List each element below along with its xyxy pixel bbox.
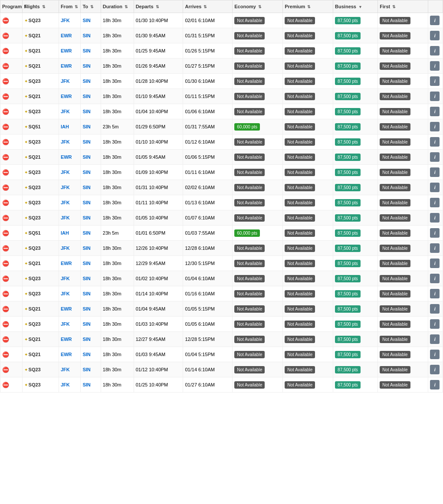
col-header-arrives[interactable]: Arrives ⇅ bbox=[183, 0, 233, 13]
info-button[interactable]: i bbox=[430, 167, 440, 177]
from-cell[interactable]: EWR bbox=[59, 59, 81, 74]
col-header-business[interactable]: Business ▼ bbox=[333, 0, 378, 13]
from-airport-link[interactable]: EWR bbox=[61, 94, 72, 99]
to-airport-link[interactable]: SIN bbox=[82, 139, 90, 144]
info-cell[interactable]: i bbox=[428, 43, 443, 59]
from-cell[interactable]: JFK bbox=[59, 286, 81, 301]
info-button[interactable]: i bbox=[430, 152, 440, 162]
from-cell[interactable]: JFK bbox=[59, 317, 81, 332]
from-airport-link[interactable]: EWR bbox=[61, 48, 72, 53]
info-cell[interactable]: i bbox=[428, 226, 443, 241]
to-airport-link[interactable]: SIN bbox=[82, 94, 90, 99]
to-cell[interactable]: SIN bbox=[81, 377, 101, 393]
col-header-economy[interactable]: Economy ⇅ bbox=[233, 0, 283, 13]
col-header-flights[interactable]: Flights ⇅ bbox=[22, 0, 59, 13]
info-cell[interactable]: i bbox=[428, 150, 443, 165]
info-cell[interactable]: i bbox=[428, 59, 443, 74]
to-airport-link[interactable]: SIN bbox=[82, 215, 90, 220]
info-button[interactable]: i bbox=[430, 350, 440, 359]
info-cell[interactable]: i bbox=[428, 317, 443, 332]
to-cell[interactable]: SIN bbox=[81, 89, 101, 104]
to-airport-link[interactable]: SIN bbox=[82, 18, 90, 23]
from-cell[interactable]: JFK bbox=[59, 271, 81, 286]
to-cell[interactable]: SIN bbox=[81, 195, 101, 210]
to-cell[interactable]: SIN bbox=[81, 286, 101, 301]
info-cell[interactable]: i bbox=[428, 134, 443, 150]
to-cell[interactable]: SIN bbox=[81, 59, 101, 74]
from-cell[interactable]: JFK bbox=[59, 195, 81, 210]
info-cell[interactable]: i bbox=[428, 210, 443, 226]
to-airport-link[interactable]: SIN bbox=[82, 170, 90, 175]
to-cell[interactable]: SIN bbox=[81, 332, 101, 347]
to-cell[interactable]: SIN bbox=[81, 347, 101, 362]
from-cell[interactable]: EWR bbox=[59, 256, 81, 271]
info-button[interactable]: i bbox=[430, 16, 440, 25]
info-cell[interactable]: i bbox=[428, 286, 443, 301]
to-airport-link[interactable]: SIN bbox=[82, 321, 90, 327]
to-airport-link[interactable]: SIN bbox=[82, 291, 90, 296]
to-airport-link[interactable]: SIN bbox=[82, 154, 90, 160]
info-button[interactable]: i bbox=[430, 259, 440, 268]
info-button[interactable]: i bbox=[430, 46, 440, 56]
to-airport-link[interactable]: SIN bbox=[82, 367, 90, 372]
from-cell[interactable]: EWR bbox=[59, 332, 81, 347]
from-airport-link[interactable]: JFK bbox=[61, 321, 70, 327]
to-cell[interactable]: SIN bbox=[81, 210, 101, 226]
info-button[interactable]: i bbox=[430, 365, 440, 374]
from-airport-link[interactable]: EWR bbox=[61, 33, 72, 38]
info-cell[interactable]: i bbox=[428, 180, 443, 195]
info-cell[interactable]: i bbox=[428, 241, 443, 256]
col-header-from[interactable]: From ⇅ bbox=[59, 0, 81, 13]
info-cell[interactable]: i bbox=[428, 301, 443, 317]
from-airport-link[interactable]: EWR bbox=[61, 352, 72, 357]
info-cell[interactable]: i bbox=[428, 362, 443, 377]
to-cell[interactable]: SIN bbox=[81, 13, 101, 28]
from-airport-link[interactable]: JFK bbox=[61, 200, 70, 205]
to-cell[interactable]: SIN bbox=[81, 150, 101, 165]
to-cell[interactable]: SIN bbox=[81, 134, 101, 150]
to-airport-link[interactable]: SIN bbox=[82, 124, 90, 129]
to-airport-link[interactable]: SIN bbox=[82, 245, 90, 251]
from-cell[interactable]: JFK bbox=[59, 13, 81, 28]
info-cell[interactable]: i bbox=[428, 271, 443, 286]
to-airport-link[interactable]: SIN bbox=[82, 337, 90, 342]
from-cell[interactable]: EWR bbox=[59, 28, 81, 43]
info-button[interactable]: i bbox=[430, 289, 440, 298]
from-cell[interactable]: EWR bbox=[59, 150, 81, 165]
info-button[interactable]: i bbox=[430, 183, 440, 192]
info-button[interactable]: i bbox=[430, 274, 440, 283]
from-cell[interactable]: JFK bbox=[59, 74, 81, 89]
info-cell[interactable]: i bbox=[428, 165, 443, 180]
to-airport-link[interactable]: SIN bbox=[82, 352, 90, 357]
info-button[interactable]: i bbox=[430, 334, 440, 344]
from-airport-link[interactable]: JFK bbox=[61, 109, 70, 114]
from-cell[interactable]: JFK bbox=[59, 377, 81, 393]
info-button[interactable]: i bbox=[430, 243, 440, 253]
from-cell[interactable]: IAH bbox=[59, 119, 81, 134]
info-cell[interactable]: i bbox=[428, 74, 443, 89]
info-button[interactable]: i bbox=[430, 213, 440, 223]
info-button[interactable]: i bbox=[430, 304, 440, 314]
to-airport-link[interactable]: SIN bbox=[82, 230, 90, 236]
from-airport-link[interactable]: JFK bbox=[61, 215, 70, 220]
info-cell[interactable]: i bbox=[428, 119, 443, 134]
info-button[interactable]: i bbox=[430, 380, 440, 389]
from-airport-link[interactable]: JFK bbox=[61, 170, 70, 175]
info-cell[interactable]: i bbox=[428, 347, 443, 362]
from-airport-link[interactable]: IAH bbox=[61, 124, 69, 129]
from-airport-link[interactable]: JFK bbox=[61, 382, 70, 387]
info-button[interactable]: i bbox=[430, 61, 440, 71]
from-airport-link[interactable]: JFK bbox=[61, 79, 70, 84]
from-cell[interactable]: JFK bbox=[59, 165, 81, 180]
from-airport-link[interactable]: EWR bbox=[61, 63, 72, 69]
to-cell[interactable]: SIN bbox=[81, 104, 101, 119]
to-cell[interactable]: SIN bbox=[81, 28, 101, 43]
info-cell[interactable]: i bbox=[428, 13, 443, 28]
info-button[interactable]: i bbox=[430, 198, 440, 207]
from-cell[interactable]: JFK bbox=[59, 210, 81, 226]
col-header-program[interactable]: Program ⇅ bbox=[0, 0, 23, 13]
from-cell[interactable]: EWR bbox=[59, 89, 81, 104]
from-cell[interactable]: JFK bbox=[59, 362, 81, 377]
to-cell[interactable]: SIN bbox=[81, 165, 101, 180]
info-button[interactable]: i bbox=[430, 122, 440, 131]
